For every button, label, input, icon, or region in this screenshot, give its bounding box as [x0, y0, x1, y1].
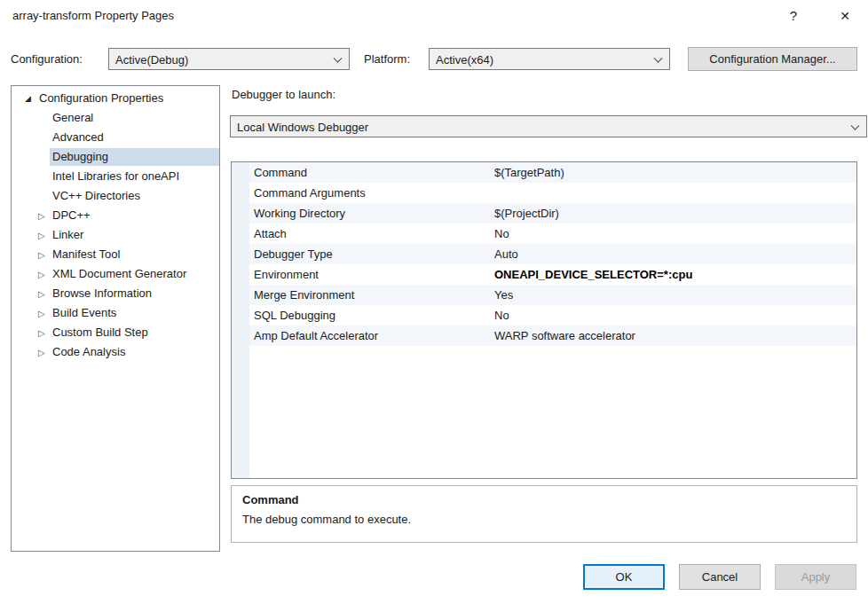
- tree-item-label: XML Document Generator: [50, 265, 190, 283]
- property-pages-dialog: array-transform Property Pages ? ✕ Confi…: [0, 0, 868, 604]
- configuration-bar: Configuration: Active(Debug) Platform: A…: [0, 43, 868, 75]
- property-value[interactable]: ONEAPI_DEVICE_SELECTOR=*:cpu: [493, 264, 856, 285]
- tree-item-label: Debugging: [50, 148, 219, 166]
- property-row-merge-environment[interactable]: Merge EnvironmentYes: [249, 285, 856, 305]
- property-name: SQL Debugging: [249, 305, 493, 326]
- configuration-tree: ◢ Configuration Properties GeneralAdvanc…: [11, 85, 220, 552]
- property-rows: Command$(TargetPath)Command ArgumentsWor…: [249, 162, 856, 346]
- platform-label: Platform:: [364, 52, 410, 66]
- chevron-down-icon: [334, 53, 343, 62]
- property-name: Environment: [249, 264, 493, 285]
- apply-button: Apply: [775, 564, 856, 590]
- titlebar: array-transform Property Pages ? ✕: [0, 0, 868, 32]
- tree-item-label: VC++ Directories: [50, 187, 144, 205]
- configuration-manager-button[interactable]: Configuration Manager...: [688, 47, 857, 71]
- close-icon[interactable]: ✕: [834, 7, 856, 25]
- property-value[interactable]: [493, 183, 856, 203]
- tree-item-vc-directories[interactable]: VC++ Directories: [12, 186, 219, 206]
- platform-value: Active(x64): [436, 52, 493, 66]
- debugger-combobox[interactable]: Local Windows Debugger: [230, 115, 867, 137]
- property-value[interactable]: No: [493, 305, 856, 326]
- tree-item-label: Build Events: [50, 304, 120, 322]
- chevron-down-icon: [654, 53, 663, 62]
- property-row-attach[interactable]: AttachNo: [249, 224, 856, 244]
- tree-item-configuration-properties[interactable]: ◢ Configuration Properties: [12, 89, 219, 108]
- debugger-to-launch-label: Debugger to launch:: [232, 88, 335, 101]
- property-grid-gutter: [232, 162, 249, 478]
- tree-item-general[interactable]: General: [12, 108, 219, 128]
- tree-item-label: Configuration Properties: [36, 90, 167, 107]
- tree-item-code-analysis[interactable]: ▷Code Analysis: [12, 342, 219, 362]
- tree-item-xml-document-generator[interactable]: ▷XML Document Generator: [12, 264, 219, 284]
- property-value[interactable]: Auto: [493, 244, 856, 264]
- property-value[interactable]: Yes: [493, 285, 856, 305]
- property-name: Amp Default Accelerator: [249, 326, 493, 346]
- property-name: Merge Environment: [249, 285, 493, 305]
- property-grid: Command$(TargetPath)Command ArgumentsWor…: [231, 161, 857, 479]
- description-pane: Command The debug command to execute.: [231, 485, 857, 543]
- tree-item-label: Advanced: [50, 129, 107, 146]
- property-row-sql-debugging[interactable]: SQL DebuggingNo: [249, 305, 856, 326]
- debugger-value: Local Windows Debugger: [237, 120, 368, 133]
- tree-item-label: Manifest Tool: [50, 246, 123, 263]
- property-row-debugger-type[interactable]: Debugger TypeAuto: [249, 244, 856, 264]
- configuration-label: Configuration:: [11, 52, 83, 66]
- tree-item-browse-information[interactable]: ▷Browse Information: [12, 284, 219, 303]
- window-title: array-transform Property Pages: [12, 9, 174, 22]
- property-value[interactable]: $(ProjectDir): [493, 203, 856, 224]
- property-value[interactable]: No: [493, 224, 856, 244]
- ok-button[interactable]: OK: [583, 564, 665, 590]
- property-row-environment[interactable]: EnvironmentONEAPI_DEVICE_SELECTOR=*:cpu: [249, 264, 856, 285]
- property-name: Attach: [249, 224, 493, 244]
- configuration-combobox[interactable]: Active(Debug): [108, 48, 350, 70]
- property-row-working-directory[interactable]: Working Directory$(ProjectDir): [249, 203, 856, 224]
- property-row-amp-default-accelerator[interactable]: Amp Default AcceleratorWARP software acc…: [249, 326, 856, 346]
- tree-item-label: Code Analysis: [50, 343, 129, 361]
- property-row-command[interactable]: Command$(TargetPath): [249, 162, 856, 183]
- tree-item-advanced[interactable]: Advanced: [12, 128, 219, 147]
- tree-item-label: Intel Libraries for oneAPI: [50, 168, 183, 185]
- property-row-command-arguments[interactable]: Command Arguments: [249, 183, 856, 203]
- description-text: The debug command to execute.: [242, 513, 846, 526]
- configuration-value: Active(Debug): [115, 52, 188, 66]
- cancel-button[interactable]: Cancel: [679, 564, 761, 590]
- property-name: Debugger Type: [249, 244, 493, 264]
- tree-item-label: Browse Information: [50, 285, 155, 302]
- platform-combobox[interactable]: Active(x64): [429, 48, 670, 70]
- tree-item-dpc[interactable]: ▷DPC++: [12, 206, 219, 225]
- tree-item-linker[interactable]: ▷Linker: [12, 225, 219, 245]
- tree-item-manifest-tool[interactable]: ▷Manifest Tool: [12, 245, 219, 264]
- tree-item-custom-build-step[interactable]: ▷Custom Build Step: [12, 323, 219, 342]
- tree-item-label: Linker: [50, 226, 87, 244]
- property-name: Command Arguments: [249, 183, 493, 203]
- tree-item-intel-libraries-for-oneapi[interactable]: Intel Libraries for oneAPI: [12, 167, 219, 186]
- help-icon[interactable]: ?: [783, 7, 804, 25]
- tree-items: GeneralAdvancedDebuggingIntel Libraries …: [12, 108, 219, 362]
- chevron-down-icon: [851, 121, 860, 129]
- property-name: Command: [249, 162, 493, 183]
- property-name: Working Directory: [249, 203, 493, 224]
- tree-item-label: Custom Build Step: [50, 324, 152, 341]
- description-title: Command: [242, 493, 846, 506]
- property-value[interactable]: WARP software accelerator: [493, 326, 856, 346]
- tree-item-label: General: [50, 109, 97, 127]
- tree-item-debugging[interactable]: Debugging: [12, 147, 219, 167]
- property-value[interactable]: $(TargetPath): [493, 162, 856, 183]
- tree-item-build-events[interactable]: ▷Build Events: [12, 303, 219, 323]
- tree-item-label: DPC++: [50, 207, 94, 224]
